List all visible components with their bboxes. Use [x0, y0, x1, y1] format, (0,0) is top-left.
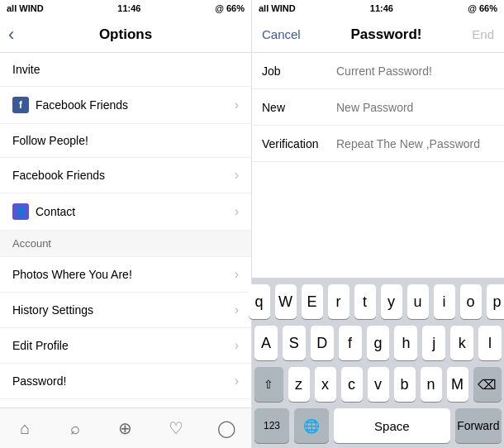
key-l[interactable]: l — [478, 326, 502, 360]
key-j[interactable]: j — [422, 326, 445, 360]
tab-home[interactable]: ⌂ — [8, 412, 41, 445]
facebook-icon: f — [12, 97, 29, 113]
chevron-icon: › — [235, 374, 239, 388]
menu-item-password[interactable]: Password! › — [0, 364, 251, 399]
left-nav-title: Options — [99, 26, 152, 43]
key-f[interactable]: f — [339, 326, 362, 360]
chevron-icon: › — [235, 267, 239, 282]
key-x[interactable]: x — [315, 367, 336, 402]
key-d[interactable]: D — [311, 326, 334, 360]
left-status-bar: all WIND 11:46 @ 66% — [0, 0, 251, 17]
right-time: 11:46 — [370, 3, 393, 13]
menu-item-edit-profile[interactable]: Edit Profile › — [0, 328, 251, 364]
back-button[interactable]: ‹ — [8, 24, 14, 45]
key-c[interactable]: c — [341, 367, 363, 402]
chevron-icon: › — [235, 204, 239, 219]
key-z[interactable]: z — [288, 367, 310, 402]
current-password-input[interactable] — [336, 64, 494, 78]
key-a[interactable]: A — [254, 326, 278, 360]
form-row-job: Job — [252, 53, 504, 89]
left-panel: all WIND 11:46 @ 66% ‹ Options Invite f … — [0, 0, 252, 448]
key-space[interactable]: Space — [334, 408, 450, 443]
form-row-verification: Verification — [252, 126, 504, 162]
key-s[interactable]: S — [283, 326, 306, 360]
key-o[interactable]: o — [460, 284, 482, 319]
chevron-icon: › — [235, 168, 239, 183]
key-n[interactable]: n — [421, 367, 442, 402]
key-globe[interactable]: 🌐 — [294, 408, 329, 443]
menu-item-facebook-friends[interactable]: f Facebook Friends › — [0, 87, 251, 124]
key-u[interactable]: u — [407, 284, 429, 319]
form-row-new: New — [252, 89, 504, 126]
left-icons: @ 66% — [215, 3, 245, 13]
key-delete[interactable]: ⌫ — [473, 367, 502, 402]
form-label-job: Job — [262, 64, 336, 78]
key-e[interactable]: E — [302, 284, 323, 319]
keyboard: q W E r t y u i o p A S D f g h j k l ⇧ … — [252, 278, 504, 448]
key-b[interactable]: b — [394, 367, 416, 402]
key-g[interactable]: g — [367, 326, 390, 360]
menu-item-facebook-friends-2[interactable]: Facebook Friends › — [0, 158, 251, 193]
keyboard-row-3: ⇧ z x c v b n M ⌫ — [254, 367, 502, 402]
menu-item-contact[interactable]: 👤 Contact › — [0, 193, 251, 231]
left-nav-bar: ‹ Options — [0, 17, 251, 53]
menu-item-posts-you-like[interactable]: Posts You Like › — [0, 399, 251, 407]
chevron-icon: › — [235, 338, 239, 353]
tab-profile[interactable]: ◯ — [210, 412, 243, 445]
key-q[interactable]: q — [249, 284, 270, 319]
new-password-input[interactable] — [336, 101, 494, 114]
cancel-button[interactable]: Cancel — [262, 27, 301, 41]
keyboard-row-2: A S D f g h j k l — [254, 326, 502, 360]
chevron-icon: › — [235, 98, 239, 112]
form-label-new: New — [262, 101, 336, 114]
menu-item-history[interactable]: History Settings › — [0, 293, 251, 328]
tab-search[interactable]: ⌕ — [59, 412, 92, 445]
password-form: Job New Verification — [252, 53, 504, 278]
contact-icon: 👤 — [12, 203, 29, 220]
key-t[interactable]: t — [354, 284, 376, 319]
menu-item-invite[interactable]: Invite — [0, 53, 251, 87]
key-y[interactable]: y — [381, 284, 402, 319]
right-status-bar: all WIND 11:46 @ 66% — [252, 0, 504, 17]
form-label-verification: Verification — [262, 137, 336, 150]
right-panel: all WIND 11:46 @ 66% Cancel Password! En… — [252, 0, 504, 448]
confirm-password-input[interactable] — [336, 137, 494, 150]
key-numbers[interactable]: 123 — [254, 408, 289, 443]
key-shift[interactable]: ⇧ — [254, 367, 283, 402]
left-carrier: all WIND — [7, 3, 44, 13]
key-h[interactable]: h — [394, 326, 417, 360]
tab-heart[interactable]: ♡ — [159, 412, 193, 445]
right-nav-bar: Cancel Password! End — [252, 17, 504, 53]
right-icons: @ 66% — [468, 3, 497, 13]
chevron-icon: › — [235, 303, 239, 317]
key-forward[interactable]: Forward — [455, 408, 502, 443]
tab-bar: ⌂ ⌕ ⊕ ♡ ◯ — [0, 407, 251, 448]
key-r[interactable]: r — [328, 284, 349, 319]
left-time: 11:46 — [117, 3, 140, 13]
menu-item-follow-people[interactable]: Follow People! — [0, 124, 251, 158]
right-carrier: all WIND — [259, 3, 296, 13]
key-v[interactable]: v — [368, 367, 389, 402]
key-p[interactable]: p — [487, 284, 505, 319]
menu-section-account: Account — [0, 231, 251, 257]
tab-add[interactable]: ⊕ — [109, 412, 142, 445]
key-k[interactable]: k — [450, 326, 473, 360]
right-nav-title: Password! — [351, 26, 422, 43]
key-m[interactable]: M — [447, 367, 468, 402]
key-i[interactable]: i — [434, 284, 455, 319]
end-button[interactable]: End — [472, 27, 494, 41]
keyboard-row-1: q W E r t y u i o p — [254, 284, 502, 319]
menu-list: Invite f Facebook Friends › Follow Peopl… — [0, 53, 251, 407]
menu-item-photos[interactable]: Photos Where You Are! › — [0, 257, 251, 293]
keyboard-bottom-row: 123 🌐 Space Forward — [254, 408, 502, 443]
key-w[interactable]: W — [275, 284, 297, 319]
